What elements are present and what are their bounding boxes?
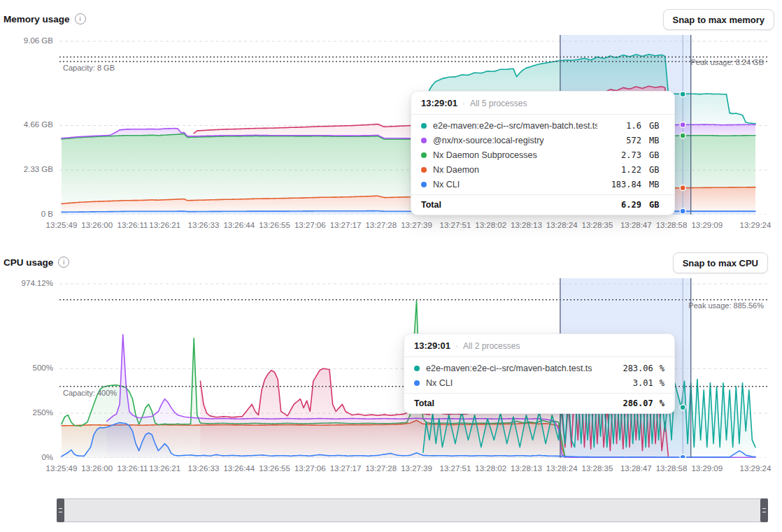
memory-capacity-label: Capacity: 8 GB — [63, 64, 115, 72]
cpu-section-header: CPU usage i — [3, 257, 69, 268]
tooltip-separator: · — [462, 99, 465, 108]
cpu-tooltip: 13:29:01 · All 2 processes e2e-maven:e2e… — [404, 333, 675, 414]
tooltip-series-value: 2.73 — [604, 150, 641, 160]
x-axis-tick-label: 13:29:24 — [740, 221, 772, 229]
tooltip-rows: e2e-maven:e2e-ci--src/maven-batch.test.t… — [411, 115, 674, 194]
x-axis-tick-label: 13:26:55 — [259, 464, 290, 473]
cpu-info-icon[interactable]: i — [58, 257, 69, 268]
cpu-usage-title: CPU usage — [3, 257, 53, 268]
tooltip-total-value: 286.07 — [616, 398, 653, 408]
memory-info-icon[interactable]: i — [75, 13, 86, 24]
snap-to-max-cpu-button[interactable]: Snap to max CPU — [673, 252, 768, 273]
series-color-dot — [414, 366, 420, 371]
tooltip-series-unit: % — [660, 364, 664, 373]
x-axis-tick-label: 13:26:21 — [149, 221, 180, 229]
x-axis-tick-label: 13:27:06 — [294, 221, 326, 229]
tooltip-series-name: e2e-maven:e2e-ci--src/maven-batch.test.t… — [426, 364, 609, 373]
tooltip-total-row: Total 286.07 % — [404, 393, 674, 413]
tooltip-separator: · — [455, 341, 458, 351]
x-axis-tick-label: 13:26:21 — [149, 464, 180, 473]
time-range-brush[interactable] — [57, 498, 768, 522]
x-axis-tick-label: 13:28:24 — [546, 221, 578, 229]
x-axis-tick-label: 13:28:47 — [620, 221, 652, 229]
tooltip-row: e2e-maven:e2e-ci--src/maven-batch.test.t… — [411, 118, 674, 133]
series-color-dot — [421, 167, 427, 173]
x-axis-tick-label: 13:28:35 — [582, 464, 613, 473]
tooltip-series-name: e2e-maven:e2e-ci--src/maven-batch.test.t… — [433, 121, 597, 131]
x-axis-tick-label: 13:28:47 — [620, 464, 652, 473]
x-axis-tick-label: 13:26:33 — [188, 464, 220, 473]
x-axis-tick-label: 13:26:44 — [223, 221, 255, 229]
tooltip-total-unit: GB — [649, 200, 664, 210]
tooltip-series-name: Nx Daemon Subprocesses — [433, 150, 597, 160]
cpu-capacity-label: Capacity: 400% — [63, 389, 117, 397]
y-axis-tick-label: 0% — [0, 453, 53, 461]
tooltip-series-name: Nx CLI — [426, 378, 609, 388]
tooltip-series-unit: MB — [649, 180, 664, 189]
x-axis-tick-label: 13:29:09 — [691, 464, 723, 473]
tooltip-series-unit: GB — [649, 150, 664, 160]
brush-handle-left[interactable] — [57, 498, 64, 522]
x-axis-tick-label: 13:28:13 — [511, 221, 542, 229]
tooltip-series-name: Nx Daemon — [433, 165, 597, 175]
tooltip-time: 13:29:01 — [421, 98, 457, 108]
tooltip-total-row: Total 6.29 GB — [411, 194, 674, 215]
tooltip-series-unit: GB — [649, 165, 664, 175]
tooltip-series-value: 3.01 — [616, 378, 653, 388]
grip-icon — [59, 508, 62, 512]
tooltip-total-unit: % — [660, 398, 664, 408]
x-axis-tick-label: 13:27:17 — [330, 464, 362, 473]
tooltip-subtitle: All 5 processes — [470, 99, 527, 108]
tooltip-subtitle: All 2 processes — [463, 341, 520, 351]
grip-icon — [762, 508, 766, 512]
x-axis-tick-label: 13:27:06 — [294, 464, 326, 473]
x-axis-tick-label: 13:26:33 — [188, 221, 220, 229]
tooltip-row: Nx CLI3.01% — [404, 375, 674, 390]
x-axis-tick-label: 13:27:51 — [440, 464, 471, 473]
series-color-dot — [421, 123, 427, 129]
memory-section-header: Memory usage i — [3, 13, 86, 24]
x-axis-tick-label: 13:25:49 — [46, 464, 78, 473]
x-axis-tick-label: 13:28:24 — [546, 464, 578, 473]
tooltip-row: e2e-maven:e2e-ci--src/maven-batch.test.t… — [404, 361, 674, 375]
tooltip-total-label: Total — [421, 200, 597, 210]
x-axis-tick-label: 13:27:39 — [401, 464, 432, 473]
cpu-peak-label: Peak usage: 885.56% — [688, 301, 764, 310]
x-axis-tick-label: 13:26:11 — [118, 221, 148, 229]
x-axis-tick-label: 13:29:24 — [740, 464, 772, 473]
x-axis-tick-label: 13:28:13 — [511, 464, 542, 473]
x-axis-tick-label: 13:26:00 — [81, 221, 113, 229]
tooltip-total-value: 6.29 — [604, 200, 641, 210]
y-axis-tick-label: 9.06 GB — [0, 36, 53, 45]
tooltip-series-value: 572 — [604, 136, 641, 145]
y-axis-tick-label: 974.12% — [0, 279, 53, 287]
tooltip-header: 13:29:01 · All 2 processes — [404, 334, 674, 357]
tooltip-row: Nx CLI183.84MB — [411, 177, 674, 192]
tooltip-series-unit: % — [660, 378, 664, 388]
series-color-dot — [421, 152, 427, 158]
y-axis-tick-label: 250% — [0, 408, 53, 417]
x-axis-tick-label: 13:26:11 — [118, 464, 148, 473]
series-color-dot — [414, 380, 420, 386]
tooltip-series-name: @nx/nx-source:local-registry — [433, 136, 597, 145]
x-axis-tick-label: 13:27:28 — [365, 464, 397, 473]
tooltip-series-unit: GB — [649, 121, 664, 131]
tooltip-total-label: Total — [414, 398, 609, 408]
tooltip-series-value: 1.6 — [604, 121, 641, 131]
x-axis-tick-label: 13:28:02 — [475, 464, 506, 473]
x-axis-tick-label: 13:26:00 — [81, 464, 113, 473]
tooltip-row: Nx Daemon1.22GB — [411, 162, 674, 177]
y-axis-tick-label: 4.66 GB — [0, 120, 53, 129]
series-color-dot — [421, 182, 427, 187]
x-axis-tick-label: 13:27:28 — [365, 221, 397, 229]
y-axis-tick-label: 2.33 GB — [0, 165, 53, 173]
y-axis-tick-label: 0 B — [0, 210, 53, 218]
x-axis-tick-label: 13:28:58 — [656, 464, 688, 473]
x-axis-tick-label: 13:27:51 — [440, 221, 471, 229]
tooltip-series-unit: MB — [649, 136, 664, 145]
tooltip-rows: e2e-maven:e2e-ci--src/maven-batch.test.t… — [404, 357, 674, 393]
brush-handle-right[interactable] — [760, 498, 768, 522]
memory-tooltip: 13:29:01 · All 5 processes e2e-maven:e2e… — [411, 91, 675, 215]
x-axis-tick-label: 13:28:58 — [656, 221, 688, 229]
snap-to-max-memory-button[interactable]: Snap to max memory — [663, 9, 775, 30]
